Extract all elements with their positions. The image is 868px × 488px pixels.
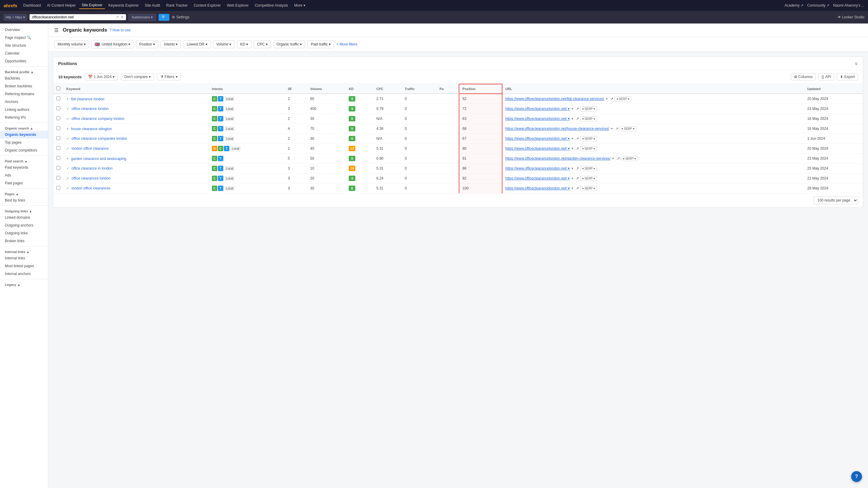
filters-button[interactable]: ⧩ Filters ▾ bbox=[157, 73, 181, 80]
sidebar-item-referring-domains[interactable]: Referring domains bbox=[0, 90, 48, 98]
sidebar-item-broken-links[interactable]: Broken links bbox=[0, 237, 48, 245]
organic-traffic-filter[interactable]: Organic traffic ▾ bbox=[273, 40, 305, 48]
sidebar-item-opportunities[interactable]: Opportunities bbox=[0, 57, 48, 65]
volume-filter[interactable]: Volume ▾ bbox=[213, 40, 235, 48]
url-dropdown[interactable]: ▾ bbox=[571, 166, 573, 170]
row-checkbox-cell[interactable] bbox=[53, 164, 63, 173]
sidebar-item-paid-keywords[interactable]: Paid keywords bbox=[0, 164, 48, 171]
row-checkbox[interactable] bbox=[56, 186, 60, 190]
sidebar-section-paid[interactable]: Paid search ▲ bbox=[0, 157, 48, 164]
nav-ai-content[interactable]: AI Content Helper bbox=[44, 2, 78, 9]
row-checkbox-cell[interactable] bbox=[53, 154, 63, 164]
sidebar-item-site-structure[interactable]: Site structure bbox=[0, 41, 48, 50]
position-filter[interactable]: Position ▾ bbox=[136, 40, 158, 48]
subdomains-button[interactable]: Subdomains ▾ bbox=[128, 14, 156, 21]
sidebar-item-internal-anchors[interactable]: Internal anchors bbox=[0, 270, 48, 278]
chart-icon[interactable]: ↗ bbox=[576, 117, 579, 121]
url-link[interactable]: https://www.officeclearancelondon.net/ ▾ bbox=[505, 176, 570, 181]
col-position-header[interactable]: Position bbox=[459, 84, 502, 94]
sidebar-item-outgoing-links[interactable]: Outgoing links bbox=[0, 229, 48, 237]
col-pa-header[interactable]: Pa bbox=[436, 84, 459, 94]
cpc-filter[interactable]: CPC ▾ bbox=[254, 40, 271, 48]
sidebar-item-top-pages[interactable]: Top pages bbox=[0, 138, 48, 147]
url-link[interactable]: https://www.officeclearancelondon.net/ga… bbox=[505, 156, 611, 161]
sidebar-item-overview[interactable]: Overview bbox=[0, 26, 48, 34]
row-checkbox-cell[interactable] bbox=[53, 124, 63, 134]
url-dropdown[interactable]: ▾ bbox=[571, 136, 573, 141]
nav-rank-tracker[interactable]: Rank Tracker bbox=[164, 2, 190, 9]
chart-icon[interactable]: ↗ bbox=[610, 97, 613, 101]
nav-competitive[interactable]: Competitive Analysis bbox=[252, 2, 290, 9]
sidebar-section-legacy[interactable]: Legacy ▲ bbox=[0, 281, 48, 287]
row-checkbox-cell[interactable] bbox=[53, 184, 63, 193]
url-link[interactable]: https://www.officeclearancelondon.net/ ▾ bbox=[505, 186, 570, 190]
row-checkbox-cell[interactable] bbox=[53, 173, 63, 184]
row-checkbox-cell[interactable] bbox=[53, 94, 63, 104]
col-kd-header[interactable]: KD bbox=[346, 84, 373, 94]
sidebar-section-internal[interactable]: Internal links ▲ bbox=[0, 248, 48, 254]
more-filters-button[interactable]: + More filters bbox=[336, 42, 358, 46]
nav-content-explorer[interactable]: Content Explorer bbox=[191, 2, 223, 9]
nav-dashboard[interactable]: Dashboard bbox=[21, 2, 43, 9]
col-checkbox[interactable] bbox=[53, 84, 63, 94]
chart-icon[interactable]: ↗ bbox=[576, 107, 579, 111]
serp-button[interactable]: ▾ SERP ▾ bbox=[621, 156, 638, 161]
keyword-link[interactable]: london office clearance bbox=[71, 147, 108, 151]
sidebar-item-page-inspect[interactable]: Page inspect 🔍 bbox=[0, 34, 48, 41]
settings-button[interactable]: ⚙ Settings bbox=[172, 15, 189, 19]
columns-button[interactable]: ⊞ Columns bbox=[791, 73, 816, 80]
url-link[interactable]: https://www.officeclearancelondon.net/ ▾ bbox=[505, 107, 570, 111]
url-dropdown[interactable]: ▾ bbox=[571, 186, 573, 190]
row-checkbox-cell[interactable] bbox=[53, 144, 63, 154]
row-checkbox[interactable] bbox=[56, 156, 60, 160]
url-link[interactable]: https://www.officeclearancelondon.net/ ▾ bbox=[505, 136, 570, 141]
row-checkbox-cell[interactable] bbox=[53, 114, 63, 124]
nav-more[interactable]: More ▾ bbox=[292, 2, 308, 9]
nav-community[interactable]: Community ↗ bbox=[807, 3, 830, 7]
keyword-link[interactable]: office clearance london bbox=[71, 107, 108, 111]
sidebar-section-pages[interactable]: Pages ▲ bbox=[0, 190, 48, 196]
sidebar-item-linked-domains[interactable]: Linked domains bbox=[0, 214, 48, 221]
serp-button[interactable]: ▾ SERP ▾ bbox=[580, 166, 597, 171]
url-dropdown[interactable]: ▾ bbox=[571, 147, 573, 151]
url-link[interactable]: https://www.officeclearancelondon.net/ ▾ bbox=[505, 147, 570, 151]
paid-traffic-filter[interactable]: Paid traffic ▾ bbox=[307, 40, 334, 48]
compare-button[interactable]: Don't compare ▾ bbox=[121, 73, 154, 80]
chart-icon[interactable]: ↗ bbox=[576, 166, 579, 170]
url-dropdown[interactable]: ▾ bbox=[611, 127, 613, 131]
keyword-link[interactable]: office clearance companies london bbox=[71, 136, 127, 141]
chart-icon[interactable]: ↗ bbox=[615, 127, 618, 131]
lowest-dr-filter[interactable]: Lowest DR ▾ bbox=[183, 40, 210, 48]
add-icon[interactable]: + bbox=[66, 156, 69, 161]
url-link[interactable]: https://www.officeclearancelondon.net/ho… bbox=[505, 127, 610, 131]
keyword-link[interactable]: office clearance in london bbox=[71, 166, 113, 170]
kd-filter[interactable]: KD ▾ bbox=[237, 40, 251, 48]
url-dropdown[interactable]: ▾ bbox=[606, 97, 608, 101]
chart-icon[interactable]: ↗ bbox=[576, 186, 579, 190]
chart-icon[interactable]: ↗ bbox=[576, 136, 579, 141]
sidebar-item-outgoing-anchors[interactable]: Outgoing anchors bbox=[0, 221, 48, 229]
row-checkbox[interactable] bbox=[56, 146, 60, 150]
serp-button[interactable]: ▾ SERP ▾ bbox=[619, 126, 637, 131]
collapse-button[interactable]: ∨ bbox=[855, 61, 858, 66]
hamburger-icon[interactable]: ☰ bbox=[54, 27, 59, 33]
col-intents-header[interactable]: Intents bbox=[209, 84, 285, 94]
sidebar-item-calendar[interactable]: Calendar bbox=[0, 50, 48, 57]
row-checkbox[interactable] bbox=[56, 166, 60, 170]
sidebar-item-internal-links[interactable]: Internal links bbox=[0, 254, 48, 262]
keyword-link[interactable]: office clearance company london bbox=[71, 117, 124, 121]
sidebar-item-most-linked[interactable]: Most linked pages bbox=[0, 262, 48, 270]
sidebar-item-best-by-links[interactable]: Best by links bbox=[0, 196, 48, 204]
ahrefs-logo[interactable]: ahrefs bbox=[4, 3, 17, 8]
chart-icon[interactable]: ↗ bbox=[576, 147, 579, 151]
col-keyword-header[interactable]: Keyword bbox=[63, 84, 209, 94]
looker-studio-button[interactable]: 👁 Looker Studio bbox=[838, 15, 864, 19]
url-link[interactable]: https://www.officeclearancelondon.net/ ▾ bbox=[505, 117, 570, 121]
row-checkbox[interactable] bbox=[56, 176, 60, 180]
intents-filter[interactable]: Intents ▾ bbox=[161, 40, 181, 48]
keyword-link[interactable]: flat clearance london bbox=[71, 97, 104, 101]
sidebar-item-broken-backlinks[interactable]: Broken backlinks bbox=[0, 82, 48, 90]
nav-site-explorer[interactable]: Site Explorer bbox=[79, 2, 105, 9]
api-button[interactable]: {} API bbox=[818, 73, 834, 80]
protocol-select[interactable]: http + https ▾ bbox=[4, 14, 27, 21]
